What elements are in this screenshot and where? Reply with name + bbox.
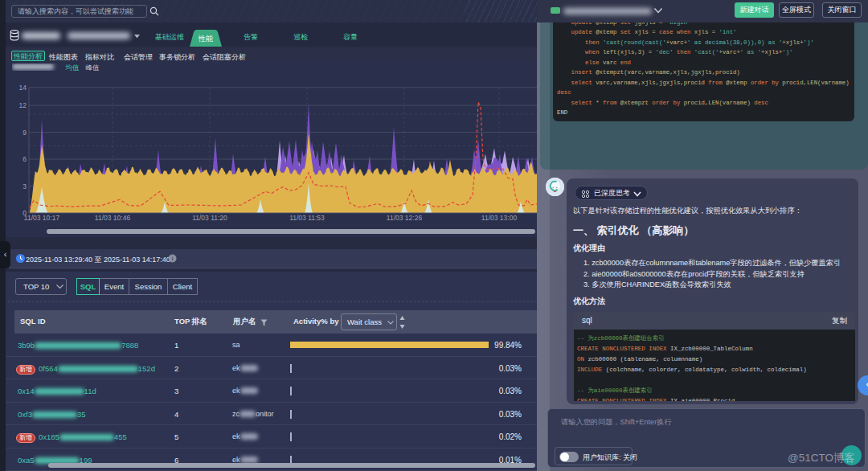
- svg-text:11/03 10:17: 11/03 10:17: [24, 214, 60, 222]
- svg-text:3: 3: [23, 182, 27, 190]
- svg-text:11/03 11:53: 11/03 11:53: [289, 214, 325, 222]
- svg-text:11/03 10:46: 11/03 10:46: [95, 214, 131, 222]
- svg-text:11/03 11:20: 11/03 11:20: [192, 214, 227, 222]
- svg-text:11/03 12:26: 11/03 12:26: [387, 214, 423, 222]
- svg-text:6: 6: [23, 155, 27, 163]
- svg-text:11/03 13:00: 11/03 13:00: [481, 214, 518, 222]
- svg-text:9: 9: [23, 129, 27, 137]
- svg-text:12: 12: [19, 101, 27, 109]
- svg-text:14: 14: [19, 84, 27, 92]
